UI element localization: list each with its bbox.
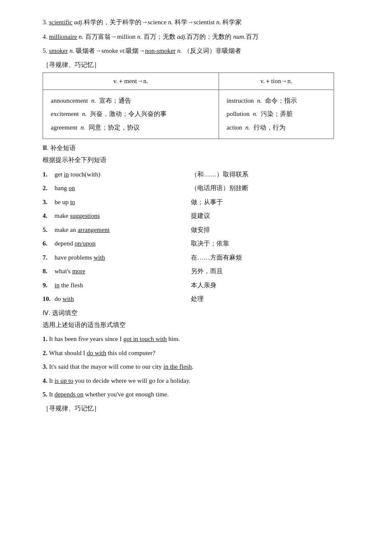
phrase-item-9: 9. in the flesh 本人亲身 (43, 280, 366, 291)
vocab-pos-5: n. (69, 47, 76, 54)
table-col1-header: v.＋ment→n. (43, 72, 219, 90)
phrase-en-10: do with (55, 294, 165, 305)
section4-title: Ⅳ. 选词填空 (43, 309, 366, 317)
phrase-num-1: 1. (43, 169, 55, 180)
vocab-item-4: 4. millionaire n. 百万富翁→million n. 百万；无数 … (43, 32, 366, 43)
sentence-5: 5. It depends on whether you've got enou… (43, 389, 366, 400)
vocab-num-5: 5. (43, 47, 49, 54)
phrase-item-10: 10. do with 处理 (43, 294, 366, 305)
section3-title: Ⅲ. 补全短语 (43, 144, 366, 152)
phrase-en-4: make suggestions (55, 211, 165, 222)
vocab-item-5: 5. smoker n. 吸烟者→smoke vt.吸烟→non-smoker … (43, 46, 366, 57)
table-col2-body: instruction n. 命令；指示 pollution n. 污染；弄脏 … (219, 90, 334, 139)
phrase-cn-10: 处理 (191, 294, 204, 305)
phrase-en-9: in the flesh (55, 280, 165, 291)
phrase-en-5: make an arrangement (55, 225, 165, 236)
phrase-num-7: 7. (43, 252, 55, 263)
phrase-num-8: 8. (43, 266, 55, 277)
table-col2-row1: instruction n. 命令；指示 (227, 94, 326, 108)
vocab-pos-3: adj. (74, 19, 84, 26)
phrase-item-7: 7. have problems with 在……方面有麻烦 (43, 252, 366, 263)
table-col1-row2: excitement n. 兴奋，激动；令人兴奋的事 (51, 107, 211, 121)
table-col1-body: announcement n. 宣布；通告 excitement n. 兴奋，激… (43, 90, 219, 139)
section4-sub: 选用上述短语的适当形式填空 (43, 320, 366, 331)
table-col2-row3: action n. 行动，行为 (227, 121, 326, 135)
phrase-cn-7: 在……方面有麻烦 (191, 252, 242, 263)
phrase-num-4: 4. (43, 211, 55, 222)
phrase-cn-8: 另外，而且 (191, 266, 223, 277)
phrase-cn-6: 取决于；依靠 (191, 238, 229, 249)
vocab-word-5: smoker (49, 47, 68, 54)
phrase-num-3: 3. (43, 197, 55, 208)
phrase-item-6: 6. depend on/upon 取决于；依靠 (43, 238, 366, 249)
table-col2-row2: pollution n. 污染；弄脏 (227, 107, 326, 121)
phrase-num-10: 10. (43, 294, 55, 305)
phrase-list: 1. get in touch(with) （和……）取得联系 2. hang … (43, 169, 366, 305)
phrase-num-6: 6. (43, 238, 55, 249)
section3-sub: 根据提示补全下列短语 (43, 155, 366, 166)
phrase-item-2: 2. hang on （电话用语）别挂断 (43, 183, 366, 194)
phrase-item-8: 8. what's more 另外，而且 (43, 266, 366, 277)
phrase-num-5: 5. (43, 225, 55, 236)
phrase-num-9: 9. (43, 280, 55, 291)
vocab-word-4: millionaire (49, 33, 77, 40)
phrase-item-1: 1. get in touch(with) （和……）取得联系 (43, 169, 366, 180)
section4: Ⅳ. 选词填空 选用上述短语的适当形式填空 1. It has been fiv… (43, 309, 366, 400)
table-col1-row3: agreement n. 同意；协定，协议 (51, 121, 211, 135)
phrase-cn-2: （电话用语）别挂断 (191, 183, 248, 194)
phrase-cn-1: （和……）取得联系 (191, 169, 248, 180)
sentence-list: 1. It has been five years since I got in… (43, 334, 366, 400)
sentence-2: 2. What should I do with this old comput… (43, 348, 366, 359)
vocab-num-4: 4. (43, 33, 49, 40)
sentence-1: 1. It has been five years since I got in… (43, 334, 366, 345)
phrase-en-3: be up to (55, 197, 165, 208)
table-col2-header: v.＋tion→n. (219, 72, 334, 90)
phrase-cn-5: 做安排 (191, 225, 210, 236)
section3: Ⅲ. 补全短语 根据提示补全下列短语 1. get in touch(with)… (43, 144, 366, 305)
phrase-en-7: have problems with (55, 252, 165, 263)
bracket-title-2: ［寻规律、巧记忆］ (43, 405, 366, 413)
table-section: ［寻规律、巧记忆］ v.＋ment→n. v.＋tion→n. announce… (43, 61, 366, 139)
phrase-item-5: 5. make an arrangement 做安排 (43, 225, 366, 236)
phrase-num-2: 2. (43, 183, 55, 194)
phrase-cn-4: 提建议 (191, 211, 210, 222)
phrase-en-6: depend on/upon (55, 238, 165, 249)
phrase-cn-3: 做；从事于 (191, 197, 223, 208)
vocab-pos-4: n. (79, 33, 85, 40)
phrase-item-3: 3. be up to 做；从事于 (43, 197, 366, 208)
phrase-en-1: get in touch(with) (55, 169, 165, 180)
table-bracket-title: ［寻规律、巧记忆］ (43, 61, 366, 69)
vocab-word-3: scientific (49, 19, 72, 26)
word-table: v.＋ment→n. v.＋tion→n. announcement n. 宣布… (43, 72, 334, 139)
sentence-3: 3. It's said that the mayor will come to… (43, 361, 366, 373)
sentence-4: 4. It is up to you to decide where we wi… (43, 376, 366, 387)
vocab-num-3: 3. (43, 19, 49, 26)
table-col1-row1: announcement n. 宣布；通告 (51, 94, 211, 108)
phrase-en-8: what's more (55, 266, 165, 277)
phrase-cn-9: 本人亲身 (191, 280, 216, 291)
phrase-en-2: hang on (55, 183, 165, 194)
vocab-section: 3. scientific adj.科学的，关于科学的→science n. 科… (43, 17, 366, 57)
vocab-item-3: 3. scientific adj.科学的，关于科学的→science n. 科… (43, 17, 366, 28)
phrase-item-4: 4. make suggestions 提建议 (43, 211, 366, 222)
